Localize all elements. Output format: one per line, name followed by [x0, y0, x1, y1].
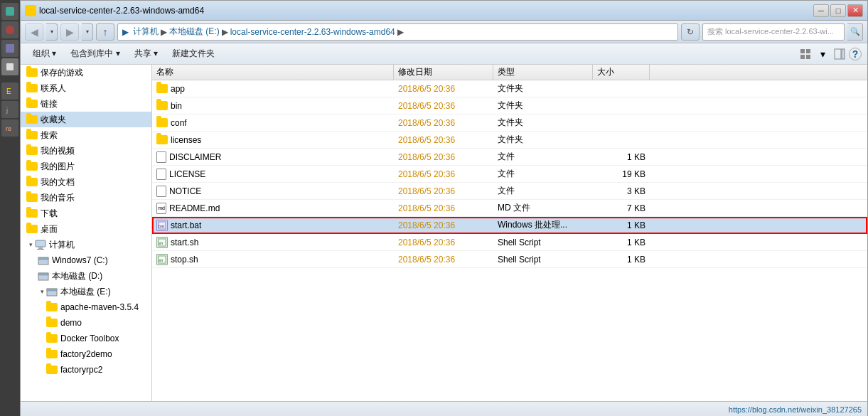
svg-rect-8 [806, 49, 810, 53]
tree-item-desktop[interactable]: 桌面 [21, 221, 151, 237]
app-icon-2[interactable] [1, 21, 18, 38]
tree-item-apache[interactable]: apache-maven-3.5.4 [21, 299, 151, 315]
col-header-date[interactable]: 修改日期 [394, 65, 493, 80]
tree-item-favorites[interactable]: 收藏夹 [21, 112, 151, 127]
forward-button[interactable]: ▶ [60, 23, 79, 41]
folder-icon [26, 114, 38, 125]
svg-text:E: E [6, 87, 11, 95]
app-icon-1[interactable] [1, 3, 18, 20]
tree-item-search[interactable]: 搜索 [21, 127, 151, 143]
right-panel: 名称 修改日期 类型 大小 app 2018/6/5 20:36 文件夹 [152, 65, 867, 401]
breadcrumb-item-drive[interactable]: 本地磁盘 (E:) [169, 26, 220, 38]
col-header-size[interactable]: 大小 [593, 65, 650, 80]
view-dropdown-button[interactable]: ▾ [815, 46, 830, 62]
file-row-stop-sh[interactable]: sh stop.sh 2018/6/5 20:36 Shell Script 1… [152, 251, 867, 268]
tree-item-contacts[interactable]: 联系人 [21, 80, 151, 96]
file-size-notice: 3 KB [593, 183, 650, 199]
tree-item-drive-c[interactable]: Windows7 (C:) [21, 252, 151, 268]
left-panel: 保存的游戏 联系人 链接 收藏夹 搜索 我的视频 [21, 65, 152, 401]
tree-item-drive-d[interactable]: 本地磁盘 (D:) [21, 268, 151, 284]
tree-item-music[interactable]: 我的音乐 [21, 190, 151, 206]
breadcrumb-item-computer[interactable]: 计算机 [133, 26, 159, 38]
app-icon-6[interactable]: j [1, 101, 18, 118]
svg-rect-12 [842, 49, 845, 59]
file-type-disclaimer: 文件 [493, 149, 593, 165]
folder-icon [26, 145, 38, 156]
file-row-disclaimer[interactable]: DISCLAIMER 2018/6/5 20:36 文件 1 KB [152, 149, 867, 166]
svg-rect-11 [835, 49, 841, 59]
file-row-app[interactable]: app 2018/6/5 20:36 文件夹 [152, 80, 867, 97]
breadcrumb-item-folder[interactable]: local-service-center-2.2.63-windows-amd6… [230, 27, 395, 37]
file-size-bin [593, 97, 650, 114]
col-header-name[interactable]: 名称 [152, 65, 394, 80]
maximize-button[interactable]: □ [830, 4, 846, 17]
app-icon-4[interactable] [1, 58, 18, 75]
file-row-start-sh[interactable]: sh start.sh 2018/6/5 20:36 Shell Script … [152, 234, 867, 251]
back-arrow[interactable]: ▾ [46, 23, 58, 41]
close-button[interactable]: ✕ [847, 4, 863, 17]
search-bar: 搜索 local-service-center-2.2.63-wi... [702, 23, 845, 41]
up-button[interactable]: ↑ [96, 23, 114, 41]
breadcrumb-item-1[interactable]: ▶ [122, 27, 129, 37]
content-area: 保存的游戏 联系人 链接 收藏夹 搜索 我的视频 [21, 65, 867, 401]
folder-icon [156, 118, 168, 127]
app-icon-3[interactable] [1, 40, 18, 57]
folder-icon [26, 223, 38, 235]
tree-item-demo[interactable]: demo [21, 315, 151, 331]
include-library-button[interactable]: 包含到库中 ▾ [64, 46, 126, 62]
tree-item-documents[interactable]: 我的文档 [21, 174, 151, 190]
col-header-type[interactable]: 类型 [493, 65, 593, 80]
file-type-stop-sh: Shell Script [493, 251, 593, 267]
file-row-readme[interactable]: md README.md 2018/6/5 20:36 MD 文件 7 KB [152, 200, 867, 217]
file-row-licenses[interactable]: licenses 2018/6/5 20:36 文件夹 [152, 132, 867, 149]
folder-icon [46, 302, 58, 313]
tree-item-downloads[interactable]: 下载 [21, 206, 151, 221]
tree-item-docker[interactable]: Docker Toolbox [21, 331, 151, 346]
file-row-notice[interactable]: NOTICE 2018/6/5 20:36 文件 3 KB [152, 183, 867, 200]
folder-icon [26, 98, 38, 110]
tree-item-pictures[interactable]: 我的图片 [21, 159, 151, 174]
tree-item-factory2demo[interactable]: factory2demo [21, 346, 151, 362]
file-date-start-bat: 2018/6/5 20:36 [394, 217, 493, 233]
status-link[interactable]: https://blog.csdn.net/weixin_38127265 [729, 405, 862, 414]
file-row-start-bat[interactable]: bat start.bat 2018/6/5 20:36 Windows 批处理… [152, 217, 867, 234]
tree-item-drive-e[interactable]: ▾ 本地磁盘 (E:) [21, 284, 151, 299]
tree-item-links[interactable]: 链接 [21, 96, 151, 112]
file-date-start-sh: 2018/6/5 20:36 [394, 234, 493, 250]
tree-item-computer[interactable]: ▾ 计算机 [21, 237, 151, 252]
folder-icon [26, 82, 38, 94]
file-size-license: 19 KB [593, 166, 650, 182]
preview-pane-button[interactable] [832, 46, 847, 62]
file-date-conf: 2018/6/5 20:36 [394, 114, 493, 131]
app-icon-5[interactable]: E [1, 82, 18, 100]
file-date-bin: 2018/6/5 20:36 [394, 97, 493, 114]
view-toggle-button[interactable] [798, 46, 813, 62]
search-button[interactable]: 🔍 [847, 23, 863, 41]
file-size-conf [593, 114, 650, 131]
app-strip: E j re [0, 0, 20, 416]
organize-button[interactable]: 组织 ▾ [26, 46, 63, 62]
refresh-button[interactable]: ↻ [681, 23, 700, 41]
expand-arrow-computer: ▾ [26, 240, 35, 249]
minimize-button[interactable]: ─ [813, 4, 829, 17]
file-row-conf[interactable]: conf 2018/6/5 20:36 文件夹 [152, 114, 867, 132]
status-bar: https://blog.csdn.net/weixin_38127265 [21, 401, 867, 416]
file-row-license[interactable]: LICENSE 2018/6/5 20:36 文件 19 KB [152, 166, 867, 183]
back-button[interactable]: ◀ [25, 23, 43, 41]
window-title: local-service-center-2.2.63-windows-amd6… [39, 6, 204, 16]
file-type-start-bat: Windows 批处理... [493, 217, 593, 233]
column-headers: 名称 修改日期 类型 大小 [152, 65, 867, 80]
breadcrumb[interactable]: ▶ 计算机 ▶ 本地磁盘 (E:) ▶ local-service-center… [117, 23, 678, 41]
file-type-license: 文件 [493, 166, 593, 182]
share-button[interactable]: 共享 ▾ [128, 46, 164, 62]
file-row-bin[interactable]: bin 2018/6/5 20:36 文件夹 [152, 97, 867, 114]
forward-arrow[interactable]: ▾ [82, 23, 93, 41]
tree-item-factoryrpc2[interactable]: factoryrpc2 [21, 362, 151, 378]
new-folder-button[interactable]: 新建文件夹 [166, 46, 221, 62]
tree-item-saved-games[interactable]: 保存的游戏 [21, 65, 151, 80]
drive-c-icon [38, 255, 49, 266]
title-bar-left: local-service-center-2.2.63-windows-amd6… [25, 5, 204, 16]
tree-item-videos[interactable]: 我的视频 [21, 143, 151, 159]
help-button[interactable]: ? [849, 48, 862, 60]
app-icon-7[interactable]: re [1, 119, 18, 137]
